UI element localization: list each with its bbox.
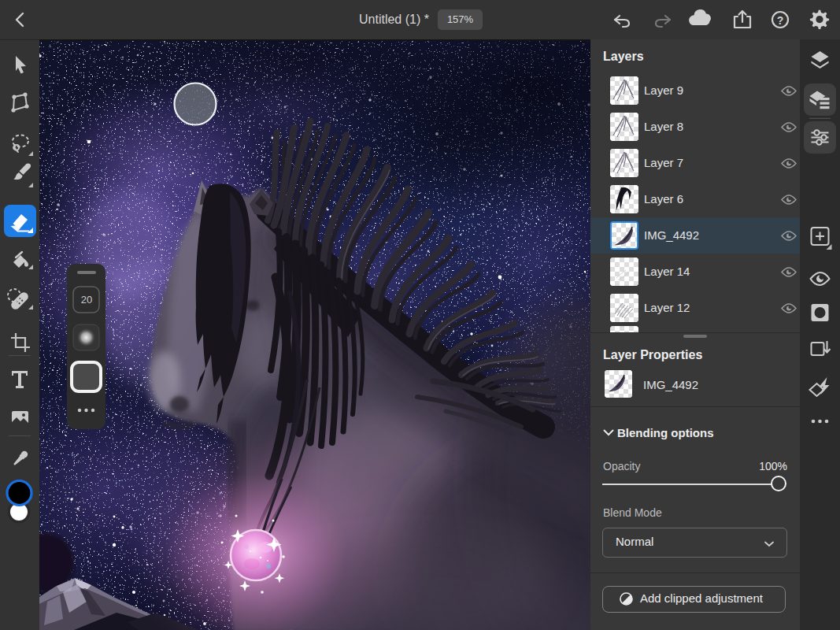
svg-text:?: ? xyxy=(777,14,784,27)
svg-text:20: 20 xyxy=(81,294,92,306)
